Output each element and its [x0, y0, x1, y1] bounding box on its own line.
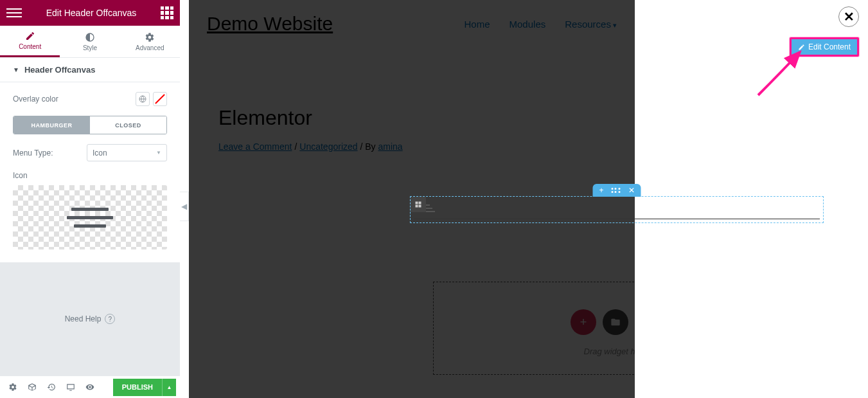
responsive-button[interactable] — [62, 378, 80, 396]
gear-icon — [145, 32, 155, 42]
menu-type-value: Icon — [93, 149, 107, 158]
help-icon: ? — [105, 314, 115, 324]
tab-style-label: Style — [83, 44, 97, 51]
panel-collapse-handle[interactable]: ◀ — [180, 192, 189, 221]
menu-type-label: Menu Type: — [13, 149, 53, 158]
edit-content-label: Edit Content — [808, 42, 851, 51]
history-button[interactable] — [42, 378, 60, 396]
menu-type-row: Menu Type: Icon ▼ — [13, 144, 167, 161]
overlay-color-row: Overlay color — [13, 92, 167, 106]
tab-content-label: Content — [19, 43, 41, 50]
toggle-closed[interactable]: CLOSED — [90, 116, 166, 134]
tab-content[interactable]: Content — [0, 26, 60, 57]
panel-header: Edit Header Offcanvas — [0, 0, 180, 26]
toggle-hamburger[interactable]: HAMBURGER — [13, 116, 90, 134]
globe-icon — [139, 95, 146, 103]
style-icon — [85, 32, 95, 42]
icon-label: Icon — [13, 171, 167, 180]
navigator-button[interactable] — [23, 378, 41, 396]
pencil-icon — [25, 31, 35, 41]
tab-style[interactable]: Style — [60, 26, 120, 57]
column-handle[interactable] — [411, 197, 426, 212]
help-label: Need Help — [65, 314, 102, 323]
global-color-button[interactable] — [136, 92, 150, 106]
drag-section-icon[interactable] — [612, 188, 621, 193]
tab-advanced-label: Advanced — [136, 44, 164, 51]
add-section-icon[interactable]: + — [599, 186, 603, 195]
pencil-icon — [798, 44, 805, 51]
tab-advanced[interactable]: Advanced — [120, 26, 180, 57]
publish-button[interactable]: PUBLISH — [113, 379, 162, 396]
no-color-button[interactable] — [153, 92, 167, 106]
chevron-down-icon: ▼ — [156, 150, 161, 156]
menu-type-select[interactable]: Icon ▼ — [87, 144, 167, 161]
offcanvas-close-button[interactable]: ✕ — [838, 6, 859, 27]
state-toggle: HAMBURGER CLOSED — [13, 116, 167, 134]
panel-title: Edit Header Offcanvas — [22, 8, 161, 18]
caret-down-icon: ▼ — [13, 66, 19, 73]
overlay-color-label: Overlay color — [13, 95, 58, 104]
close-section-icon[interactable]: ✕ — [628, 186, 635, 195]
panel-footer: PUBLISH ▲ — [0, 375, 180, 398]
hamburger-preview-icon — [67, 208, 113, 228]
settings-button[interactable] — [4, 378, 22, 396]
help-area[interactable]: Need Help ? — [0, 262, 180, 375]
section-title-label: Header Offcanvas — [24, 65, 96, 75]
controls: Overlay color HAMBURGER CLOSED Menu Type… — [0, 82, 180, 262]
publish-options-button[interactable]: ▲ — [162, 379, 176, 396]
icon-preview[interactable] — [13, 185, 167, 249]
section-header-offcanvas[interactable]: ▼ Header Offcanvas — [0, 58, 180, 82]
section-box[interactable] — [410, 196, 824, 223]
apps-grid-icon[interactable] — [161, 6, 173, 19]
preview-area: Demo Website Home Modules Resources Elem… — [189, 0, 635, 398]
elementor-panel: Edit Header Offcanvas Content Style Adva… — [0, 0, 180, 398]
preview-button[interactable] — [81, 378, 99, 396]
hamburger-menu-icon[interactable] — [6, 8, 22, 17]
section-handle-tab: + ✕ — [592, 184, 641, 197]
edit-content-button[interactable]: Edit Content — [790, 37, 859, 57]
panel-tabs: Content Style Advanced — [0, 26, 180, 58]
